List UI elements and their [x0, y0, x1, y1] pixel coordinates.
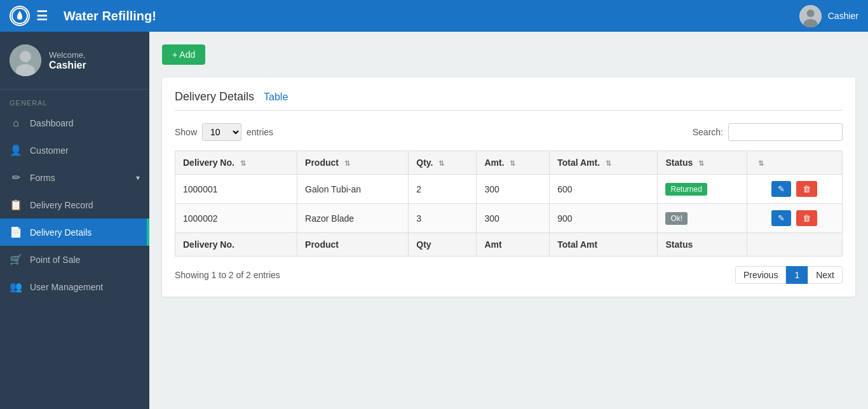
sidebar-item-label: Dashboard — [30, 118, 140, 128]
active-bar — [147, 218, 149, 246]
previous-button[interactable]: Previous — [735, 266, 786, 284]
sidebar-user-section: Welcome, Cashier — [0, 32, 149, 90]
col-header-qty[interactable]: Qty. ⇅ — [409, 151, 477, 175]
footer-col-amt: Amt — [477, 233, 550, 257]
sort-icon: ⇅ — [240, 159, 246, 168]
col-label: Product — [305, 158, 339, 168]
sidebar-item-label: Delivery Record — [30, 200, 140, 210]
page-1-button[interactable]: 1 — [786, 266, 808, 284]
entries-label: entries — [247, 127, 273, 137]
svg-point-2 — [806, 10, 814, 17]
delivery-record-icon: 📋 — [10, 199, 22, 211]
sidebar-item-point-of-sale[interactable]: 🛒 Point of Sale — [0, 246, 149, 273]
sidebar-item-label: Point of Sale — [30, 255, 140, 265]
footer-col-product: Product — [297, 233, 409, 257]
brand-icon — [10, 6, 30, 26]
delivery-details-icon: 📄 — [10, 226, 22, 238]
cell-actions: ✎ 🗑 — [747, 175, 842, 204]
tab-table[interactable]: Table — [264, 91, 288, 103]
sidebar-item-user-management[interactable]: 👥 User Management — [0, 273, 149, 300]
col-label: Status — [665, 158, 693, 168]
svg-point-5 — [20, 51, 31, 62]
point-of-sale-icon: 🛒 — [10, 253, 22, 265]
cell-product: Galon Tubi-an — [297, 175, 409, 204]
sidebar-item-dashboard[interactable]: ⌂ Dashboard — [0, 110, 149, 137]
col-header-status[interactable]: Status ⇅ — [658, 151, 747, 175]
sort-icon: ⇅ — [510, 159, 515, 168]
cell-qty: 2 — [409, 175, 477, 204]
navbar-avatar — [799, 5, 822, 27]
sidebar-avatar — [10, 44, 41, 76]
sidebar-item-delivery-details[interactable]: 📄 Delivery Details — [0, 218, 149, 246]
sidebar-item-customer[interactable]: 👤 Customer — [0, 137, 149, 164]
sidebar-section-label: GENERAL — [0, 90, 149, 110]
forms-icon: ✏ — [10, 171, 22, 184]
sidebar-username: Cashier — [49, 60, 86, 71]
pagination-buttons: Previous 1 Next — [735, 266, 843, 284]
entries-select[interactable]: 10 25 50 100 — [202, 123, 241, 141]
cell-status: Ok! — [658, 204, 747, 233]
cell-qty: 3 — [409, 204, 477, 233]
content-card: Delivery Details Table Show 10 25 50 100… — [162, 77, 855, 297]
sidebar-item-forms[interactable]: ✏ Forms ▾ — [0, 164, 149, 191]
col-label: Amt. — [484, 158, 504, 168]
customer-icon: 👤 — [10, 144, 22, 156]
cell-total-amt: 900 — [550, 204, 658, 233]
delete-button[interactable]: 🗑 — [796, 210, 817, 226]
pagination-info: Showing 1 to 2 of 2 entries — [175, 270, 280, 280]
status-badge: Ok! — [665, 212, 688, 225]
app-title: Water Refilling! — [64, 9, 156, 23]
show-label: Show — [175, 127, 197, 137]
table-row: 1000001 Galon Tubi-an 2 300 600 Returned… — [175, 175, 843, 204]
navbar-username: Cashier — [828, 11, 858, 21]
col-header-product[interactable]: Product ⇅ — [297, 151, 409, 175]
col-label: Delivery No. — [183, 158, 234, 168]
sidebar-item-label: Delivery Details — [30, 227, 140, 238]
table-footer-row: Delivery No. Product Qty Amt Total Amt S… — [175, 233, 843, 257]
user-management-icon: 👥 — [10, 281, 22, 293]
col-header-total-amt[interactable]: Total Amt. ⇅ — [550, 151, 658, 175]
brand: ☰ Water Refilling! — [10, 6, 799, 26]
sort-icon: ⇅ — [344, 159, 350, 168]
tab-delivery-details[interactable]: Delivery Details — [175, 90, 254, 104]
col-header-amt[interactable]: Amt. ⇅ — [477, 151, 550, 175]
footer-col-total-amt: Total Amt — [550, 233, 658, 257]
status-badge: Returned — [665, 183, 707, 196]
sidebar-user-info: Welcome, Cashier — [49, 50, 86, 71]
table-controls: Show 10 25 50 100 entries Search: — [175, 123, 843, 141]
table-row: 1000002 Razor Blade 3 300 900 Ok! ✎ 🗑 — [175, 204, 843, 233]
tab-headers: Delivery Details Table — [175, 90, 843, 111]
col-header-delivery-no[interactable]: Delivery No. ⇅ — [175, 151, 297, 175]
cell-product: Razor Blade — [297, 204, 409, 233]
navbar: ☰ Water Refilling! Cashier — [0, 0, 868, 32]
navbar-right: Cashier — [799, 5, 858, 27]
sort-icon: ⇅ — [698, 159, 704, 168]
edit-button[interactable]: ✎ — [771, 210, 791, 226]
col-header-actions: ⇅ — [747, 151, 842, 175]
footer-col-qty: Qty — [409, 233, 477, 257]
table-body: 1000001 Galon Tubi-an 2 300 600 Returned… — [175, 175, 843, 233]
sidebar: Welcome, Cashier GENERAL ⌂ Dashboard 👤 C… — [0, 32, 149, 409]
data-table: Delivery No. ⇅ Product ⇅ Qty. ⇅ Amt. ⇅ — [175, 151, 843, 257]
sort-icon: ⇅ — [606, 159, 611, 168]
next-button[interactable]: Next — [808, 266, 843, 284]
main-content: + Add Delivery Details Table Show 10 25 … — [149, 32, 868, 409]
sidebar-item-label: User Management — [30, 282, 140, 292]
footer-col-actions — [747, 233, 842, 257]
home-icon: ⌂ — [10, 117, 22, 129]
search-box: Search: — [693, 123, 843, 141]
cell-delivery-no: 1000002 — [175, 204, 297, 233]
delete-button[interactable]: 🗑 — [796, 181, 817, 197]
sort-icon: ⇅ — [438, 159, 444, 168]
navbar-toggle[interactable]: ☰ — [36, 8, 48, 23]
search-input[interactable] — [728, 123, 843, 141]
edit-button[interactable]: ✎ — [771, 181, 791, 197]
sidebar-item-delivery-record[interactable]: 📋 Delivery Record — [0, 191, 149, 218]
sort-icon: ⇅ — [758, 159, 764, 168]
add-button[interactable]: + Add — [162, 44, 205, 65]
cell-amt: 300 — [477, 204, 550, 233]
cell-amt: 300 — [477, 175, 550, 204]
cell-total-amt: 600 — [550, 175, 658, 204]
cell-actions: ✎ 🗑 — [747, 204, 842, 233]
sidebar-item-label: Customer — [30, 145, 140, 156]
